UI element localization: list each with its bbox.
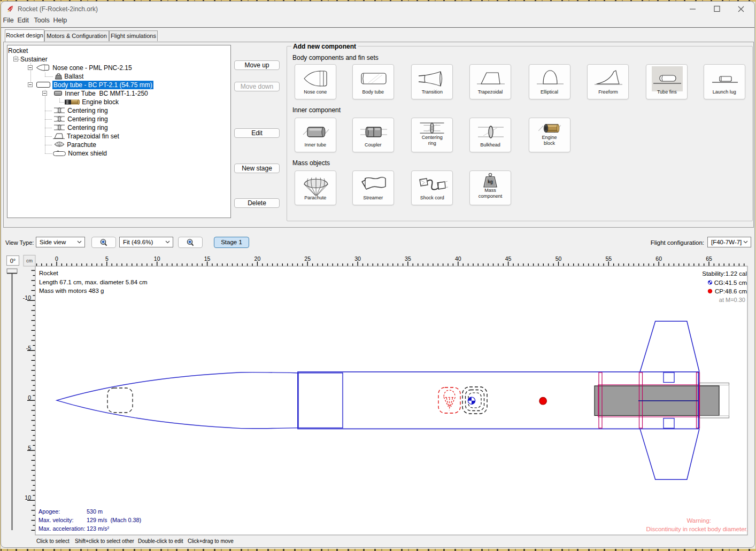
svg-text:cm: cm <box>26 258 33 263</box>
svg-text:Warning:: Warning: <box>686 517 711 524</box>
svg-text:530 m: 530 m <box>87 508 103 515</box>
svg-text:CP:48.6 cm: CP:48.6 cm <box>715 288 747 294</box>
svg-text:10: 10 <box>25 494 31 501</box>
svg-text:65: 65 <box>706 255 712 262</box>
svg-text:Length 67.1 cm, max. diameter: Length 67.1 cm, max. diameter 5.84 cm <box>39 279 148 285</box>
svg-text:Max. velocity:: Max. velocity: <box>38 517 73 523</box>
svg-text:50: 50 <box>556 255 562 262</box>
svg-text:CG:41.5 cm: CG:41.5 cm <box>714 280 747 286</box>
svg-text:60: 60 <box>655 255 662 262</box>
svg-text:5: 5 <box>105 255 109 262</box>
svg-text:kg: kg <box>488 180 493 184</box>
svg-text:5: 5 <box>28 445 31 451</box>
svg-text:Max. acceleration:: Max. acceleration: <box>38 525 86 532</box>
svg-text:Apogee:: Apogee: <box>38 508 60 515</box>
svg-text:Rocket: Rocket <box>39 270 59 276</box>
svg-text:25: 25 <box>304 255 311 262</box>
svg-text:-10: -10 <box>23 294 31 301</box>
svg-text:45: 45 <box>505 255 512 262</box>
svg-text:at M=0.30: at M=0.30 <box>719 297 745 303</box>
svg-text:0: 0 <box>55 255 58 262</box>
svg-text:0°: 0° <box>10 258 16 264</box>
svg-text:15: 15 <box>204 255 211 262</box>
svg-text:20: 20 <box>254 255 261 262</box>
svg-text:Discontinuity in rocket body d: Discontinuity in rocket body diameter. <box>646 526 748 532</box>
svg-text:0: 0 <box>28 394 31 401</box>
svg-text:Mass with motors 483 g: Mass with motors 483 g <box>39 288 104 294</box>
svg-text:30: 30 <box>354 255 361 262</box>
svg-text:Stability:1.22 cal: Stability:1.22 cal <box>702 270 747 277</box>
svg-text:35: 35 <box>405 255 411 262</box>
svg-text:123 m/s²: 123 m/s² <box>87 525 109 532</box>
svg-text:129 m/s (Mach 0.38): 129 m/s (Mach 0.38) <box>87 517 141 523</box>
svg-text:55: 55 <box>605 255 612 262</box>
svg-text:40: 40 <box>455 255 461 262</box>
svg-text:10: 10 <box>154 255 160 262</box>
svg-text:-5: -5 <box>26 345 31 351</box>
